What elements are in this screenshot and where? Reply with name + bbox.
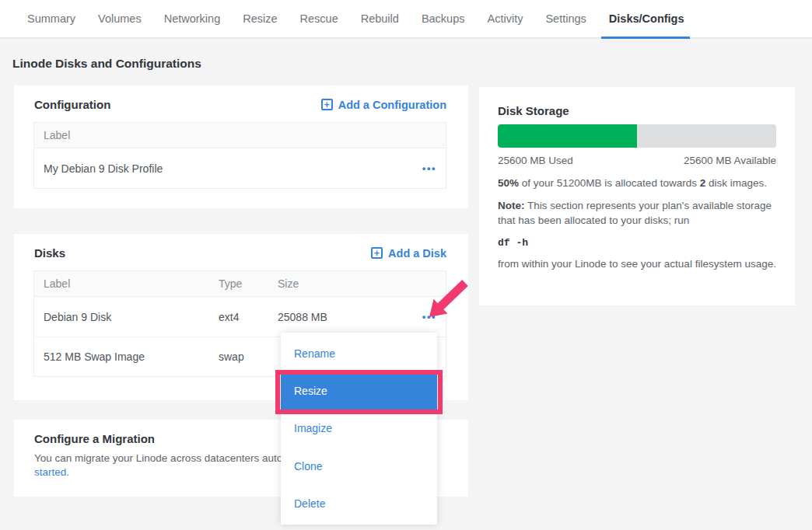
disk-row-actions-ellipsis-icon[interactable]: ••• (422, 312, 436, 322)
configuration-row-label: My Debian 9 Disk Profile (44, 162, 422, 175)
disks-column-size: Size (278, 277, 446, 290)
tab-settings[interactable]: Settings (545, 0, 586, 37)
migration-body-fragment: You can migrate your Linode across datac… (34, 452, 282, 464)
tab-disks-configs-label: Disks/Configs (609, 12, 684, 25)
configuration-row-actions-ellipsis-icon[interactable]: ••• (422, 163, 436, 173)
add-configuration-button[interactable]: + Add a Configuration (321, 99, 446, 111)
tab-resize[interactable]: Resize (243, 0, 277, 37)
disk-row-label: Debian 9 Disk (44, 311, 219, 323)
tab-volumes[interactable]: Volumes (98, 0, 142, 37)
disk-row-label: 512 MB Swap Image (44, 350, 219, 363)
tab-backups[interactable]: Backups (422, 0, 465, 37)
plus-icon: + (321, 99, 333, 110)
disk-row-type: swap (219, 350, 278, 363)
disk-storage-panel: Disk Storage 25600 MB Used 25600 MB Avai… (479, 87, 795, 305)
migration-started-link[interactable]: started. (34, 466, 69, 478)
storage-note-text: Note: This section represents your plan'… (498, 198, 776, 228)
storage-allocation-text: 50% of your 51200MB is allocated towards… (498, 177, 776, 189)
storage-allocation-mid: of your 51200MB is allocated towards (519, 177, 700, 189)
disks-column-label: Label (44, 277, 219, 290)
tab-rebuild[interactable]: Rebuild (361, 0, 399, 37)
plus-icon: + (371, 247, 383, 259)
page-title: Linode Disks and Configurations (12, 57, 201, 71)
add-disk-button[interactable]: + Add a Disk (371, 247, 446, 260)
menu-item-imagize[interactable]: Imagize (281, 410, 437, 447)
menu-item-delete[interactable]: Delete (281, 485, 437, 522)
storage-available-label: 25600 MB Available (684, 155, 776, 166)
disk-storage-title: Disk Storage (498, 104, 776, 117)
storage-progress-bar (498, 124, 776, 148)
add-configuration-label: Add a Configuration (338, 99, 446, 111)
menu-item-clone[interactable]: Clone (281, 448, 437, 485)
add-disk-label: Add a Disk (388, 247, 446, 260)
storage-code-df: df -h (498, 237, 776, 249)
menu-item-resize[interactable]: Resize (281, 372, 437, 410)
storage-allocation-percent: 50% (498, 177, 519, 189)
tab-activity[interactable]: Activity (488, 0, 523, 37)
tab-summary[interactable]: Summary (27, 0, 75, 37)
tab-disks-configs[interactable]: Disks/Configs (609, 0, 684, 37)
storage-note-label: Note: (498, 200, 525, 211)
configuration-panel: Configuration + Add a Configuration Labe… (14, 85, 468, 208)
menu-item-rename[interactable]: Rename (281, 335, 437, 372)
storage-allocation-end: disk images. (705, 177, 767, 189)
configuration-row: My Debian 9 Disk Profile ••• (34, 148, 446, 188)
storage-note-body: This section represents your plan's avai… (498, 200, 772, 226)
disk-row-size: 25088 MB (278, 311, 422, 323)
storage-bar-fill (498, 124, 637, 148)
configuration-table: Label My Debian 9 Disk Profile ••• (33, 122, 446, 189)
tab-bar: Summary Volumes Networking Resize Rescue… (0, 0, 812, 39)
active-tab-underline (601, 37, 690, 39)
disks-column-type: Type (219, 277, 278, 290)
tab-rescue[interactable]: Rescue (300, 0, 338, 37)
configuration-panel-title: Configuration (34, 98, 110, 111)
disk-row-debian: Debian 9 Disk ext4 25088 MB ••• (34, 297, 446, 336)
disk-actions-menu: Rename Resize Imagize Clone Delete (281, 333, 437, 525)
storage-used-label: 25600 MB Used (498, 155, 573, 166)
storage-note-text-2: from within your Linode to see your actu… (498, 256, 776, 271)
migration-panel-title: Configure a Migration (34, 432, 155, 445)
tab-networking[interactable]: Networking (164, 0, 221, 37)
disks-panel-title: Disks (34, 246, 65, 260)
disk-row-type: ext4 (219, 311, 278, 323)
configuration-column-label: Label (44, 129, 446, 141)
